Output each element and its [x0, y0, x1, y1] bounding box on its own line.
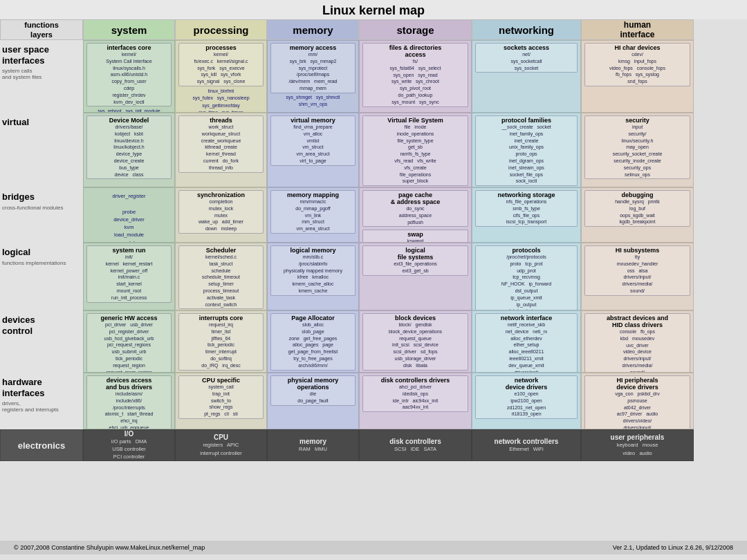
cell-br-networking: networking storage nfs_file_operationssm…: [472, 187, 581, 243]
cell-dev-system: generic HW access pci_driver usb_driverp…: [83, 310, 175, 373]
cell-log-human: HI subsystems ttymousedev_handleross als…: [581, 243, 694, 310]
cell-dev-human: abstract devices andHID class drivers co…: [581, 310, 694, 373]
cell-br-system: driver_registerprobedevice_driverkvmload…: [83, 187, 175, 243]
cell-virt-processing: threads work_structworkqueue_structcreat…: [175, 113, 267, 187]
memory-header: memory: [267, 19, 359, 40]
cell-br-memory: memory mapping mm/mmacIcdo_mmap_pgoffvm_…: [267, 187, 359, 243]
row-label-devices: devicescontrol: [0, 310, 83, 373]
footer: © 2007,2008 Constantine Shulyupin www.Ma…: [0, 541, 747, 554]
cell-log-memory: logical memory mm/slib.c/proc/slabinfoph…: [267, 243, 359, 310]
cell-log-system: system run init/kernel kernel_restartker…: [83, 243, 175, 310]
copyright: © 2007,2008 Constantine Shulyupin www.Ma…: [14, 544, 205, 551]
cell-log-networking: protocols /proc/net/protocolsproto tcp_p…: [472, 243, 581, 310]
cell-us-memory: memory access mm/sys_brk sys_mmap2sys_mp…: [267, 40, 359, 113]
cell-elec-processing: CPU registers APICinterrupt controller: [175, 429, 267, 461]
processing-header: processing: [175, 19, 267, 40]
cell-us-system: interfaces core kernel/System Call Inter…: [83, 40, 175, 113]
page-wrapper: Linux kernel map functions layers system…: [0, 0, 747, 560]
cell-virt-human: security inputsecurity/linux/security.hm…: [581, 113, 694, 187]
cell-us-networking: sockets access net/sys_socketcallsys_soc…: [472, 40, 581, 113]
storage-header: storage: [359, 19, 472, 40]
cell-elec-storage: disk controllers SCSI IDE SATA: [359, 429, 472, 461]
main-diagram: functions layers system processing memor…: [0, 19, 747, 541]
layers-header: functions layers: [0, 19, 83, 40]
row-label-electronics: electronics: [0, 429, 83, 461]
cell-elec-system: I/O I/O parts DMAUSB controllerPCI contr…: [83, 429, 175, 461]
row-label-bridges: bridges cross-functional modules: [0, 187, 83, 243]
system-header: system: [83, 19, 175, 40]
row-label-user-space: user spaceinterfaces system callsand sys…: [0, 40, 83, 113]
cell-dev-storage: block devices block/ gendiskblock_device…: [359, 310, 472, 373]
cell-hw-storage: disk controllers drivers ahci_pci_driver…: [359, 373, 472, 429]
cell-dev-processing: interrupts core request_irqtimer_listjif…: [175, 310, 267, 373]
cell-hw-system: devices accessand bus drivers include/as…: [83, 373, 175, 429]
row-label-hardware: hardwareinterfaces drivers,registers and…: [0, 373, 83, 429]
cell-hw-networking: networkdevice drivers e100_openipw2100_o…: [472, 373, 581, 429]
cell-virt-storage: Virtual File System file inodeinode_oper…: [359, 113, 472, 187]
cell-dev-networking: network interface netif_receive_skbnet_d…: [472, 310, 581, 373]
cell-hw-memory: physical memoryoperations diedo_page_fau…: [267, 373, 359, 429]
cell-us-processing: processes kernel/fs/exec.c kernel/signal…: [175, 40, 267, 113]
row-label-virtual: virtual: [0, 113, 83, 187]
cell-dev-memory: Page Allocator slob_allocslob_pagezone g…: [267, 310, 359, 373]
cell-virt-networking: protocol families __sock_create socketin…: [472, 113, 581, 187]
cell-hw-processing: CPU specific system_calltrap_initswitch_…: [175, 373, 267, 429]
cell-log-processing: Scheduler kernel/sched.ctask_structsched…: [175, 243, 267, 310]
cell-elec-networking: network controllers Ethernet WiFi: [472, 429, 581, 461]
row-label-logical: logical functions implementations: [0, 243, 83, 310]
cell-virt-memory: virtual memory find_vma_preparevm_allocv…: [267, 113, 359, 187]
cell-virt-system: Device Model drivers/base/kobject ksbtli…: [83, 113, 175, 187]
page-title: Linux kernel map: [0, 0, 747, 19]
cell-br-storage: page cache& address space do_syncaddress…: [359, 187, 472, 243]
cell-us-storage: files & directoriesaccess fs/sys_fstat64…: [359, 40, 472, 113]
cell-hw-human: HI peripheralsdevice drivers vga_con psk…: [581, 373, 694, 429]
cell-elec-memory: memory RAM MMU: [267, 429, 359, 461]
cell-log-storage: logicalfile systems ext3_file_operations…: [359, 243, 472, 310]
cell-us-human: HI char devices cdev/kmsg input_fopsvide…: [581, 40, 694, 113]
human-header: humaninterface: [581, 19, 694, 40]
cell-br-human: debugging handle_sysrq printklog_bufoops…: [581, 187, 694, 243]
cell-elec-human: user peripherals keyboard mousevideo aud…: [581, 429, 694, 461]
version: Ver 2.1, Updated to Linux 2.6.26, 9/12/2…: [613, 544, 733, 551]
networking-header: networking: [472, 19, 581, 40]
cell-br-processing: synchronization completionmutex_lockmute…: [175, 187, 267, 243]
